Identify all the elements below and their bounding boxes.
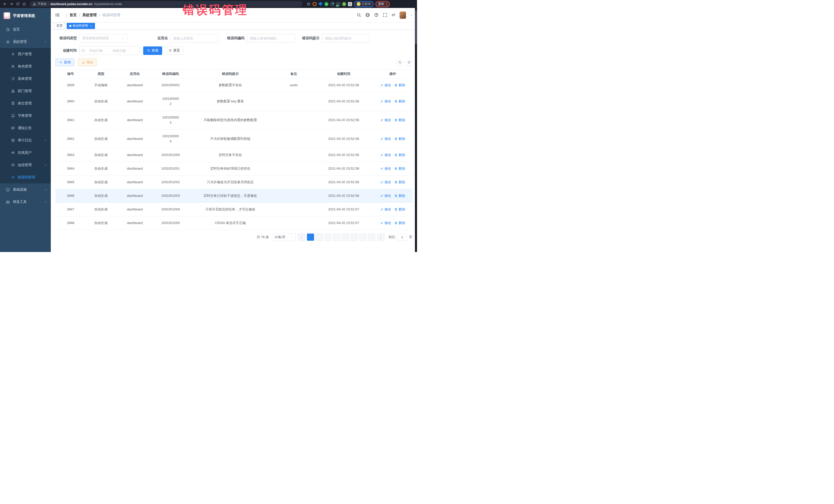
sidebar-item[interactable]: 通知公告 bbox=[0, 122, 51, 134]
breadcrumb-item[interactable]: / 系统管理 bbox=[77, 13, 97, 18]
sidebar-item[interactable]: 菜单管理 bbox=[0, 73, 51, 85]
sidebar-item[interactable]: 首页 bbox=[0, 23, 51, 36]
delete-link[interactable]: 删除 bbox=[394, 166, 405, 171]
page-button[interactable] bbox=[342, 234, 349, 241]
fullscreen-icon[interactable] bbox=[383, 13, 387, 17]
delete-link[interactable]: 删除 bbox=[394, 180, 405, 185]
edit-link[interactable]: 修改 bbox=[380, 193, 391, 198]
add-button[interactable]: 新增 bbox=[56, 59, 74, 66]
cell-type: 自动生成 bbox=[86, 130, 116, 148]
page-size-select[interactable]: 10条/页 bbox=[272, 233, 295, 241]
browser-update-chip[interactable]: 更新 bbox=[375, 1, 390, 7]
tag[interactable]: 首页 bbox=[54, 23, 65, 29]
browser-menu-icon[interactable] bbox=[386, 2, 387, 6]
delete-link[interactable]: 删除 bbox=[394, 136, 405, 141]
sidebar-item[interactable]: 角色管理 bbox=[0, 60, 51, 73]
delete-link[interactable]: 删除 bbox=[394, 83, 405, 88]
extension-icon-2[interactable] bbox=[319, 2, 323, 6]
page-button[interactable] bbox=[307, 234, 314, 241]
edit-link[interactable]: 修改 bbox=[380, 180, 391, 185]
user-avatar[interactable] bbox=[399, 12, 406, 19]
next-page-button[interactable]: › bbox=[377, 234, 385, 241]
error-msg-input[interactable] bbox=[322, 34, 370, 43]
delete-link[interactable]: 删除 bbox=[394, 152, 405, 158]
browser-reload-icon[interactable] bbox=[15, 2, 20, 6]
page-button[interactable] bbox=[368, 234, 375, 241]
extension-icon-1[interactable] bbox=[312, 2, 317, 6]
edit-link[interactable]: 修改 bbox=[380, 207, 391, 212]
table-row: 3948 自动生成 dashboard 1001001005 CRON 表达式不… bbox=[56, 216, 412, 230]
delete-link[interactable]: 删除 bbox=[394, 117, 405, 123]
tag[interactable]: 错误码管理 bbox=[67, 23, 95, 29]
extension-icon-6[interactable]: ⚲ bbox=[342, 2, 346, 6]
edit-link[interactable]: 修改 bbox=[380, 152, 391, 158]
goto-page-input[interactable] bbox=[397, 234, 407, 241]
page-button[interactable] bbox=[324, 234, 332, 241]
page-button[interactable] bbox=[351, 234, 358, 241]
browser-scrollbar[interactable] bbox=[415, 8, 417, 252]
sidebar-item[interactable]: 基础设施 bbox=[0, 183, 51, 196]
sidebar-item[interactable]: 用户管理 bbox=[0, 48, 51, 60]
sidebar-item[interactable]: 岗位管理 bbox=[0, 97, 51, 110]
error-type-select[interactable]: 请选择错误码类型 bbox=[80, 34, 127, 43]
bookmark-star-icon[interactable] bbox=[306, 2, 311, 6]
scrollbar-thumb[interactable] bbox=[415, 10, 417, 44]
delete-link[interactable]: 删除 bbox=[394, 193, 405, 198]
search-button[interactable]: 搜索 bbox=[143, 46, 162, 55]
toggle-search-icon[interactable] bbox=[396, 59, 403, 66]
sidebar-item[interactable]: 在线用户 bbox=[0, 147, 51, 159]
extensions-puzzle-icon[interactable] bbox=[348, 2, 352, 6]
cell-msg: CRON 表达式不正确 bbox=[188, 216, 273, 230]
github-icon[interactable] bbox=[366, 13, 370, 17]
browser-back-icon[interactable] bbox=[3, 2, 7, 6]
browser-forward-icon[interactable] bbox=[9, 2, 14, 6]
prev-page-button[interactable]: ‹ bbox=[298, 234, 305, 241]
page-button[interactable] bbox=[316, 234, 323, 241]
extension-icon-4[interactable] bbox=[330, 2, 334, 6]
app-name-input[interactable] bbox=[170, 34, 218, 43]
address-bar[interactable]: 不安全 dashboard.yudao.iocoder.cn/system/er… bbox=[30, 1, 302, 7]
delete-link[interactable]: 删除 bbox=[394, 220, 405, 225]
edit-link[interactable]: 修改 bbox=[380, 166, 391, 171]
sidebar-item[interactable]: 短信管理 bbox=[0, 159, 51, 171]
font-size-icon[interactable]: ᴛT bbox=[392, 13, 395, 17]
edit-link[interactable]: 修改 bbox=[380, 99, 391, 104]
search-icon[interactable] bbox=[357, 13, 361, 17]
error-code-table: 编号 类型 应用名 错误码编码 错误码提示 备注 创建时间 操作 bbox=[56, 69, 412, 230]
error-code-input[interactable] bbox=[247, 34, 295, 43]
delete-link[interactable]: 删除 bbox=[394, 99, 405, 104]
edit-link[interactable]: 修改 bbox=[380, 220, 391, 225]
end-date-input[interactable] bbox=[110, 49, 129, 52]
edit-link[interactable]: 修改 bbox=[380, 136, 391, 141]
breadcrumb-item[interactable]: / 首页 bbox=[64, 13, 77, 18]
export-button[interactable]: 导出 bbox=[78, 59, 97, 66]
reset-button[interactable]: 重置 bbox=[165, 46, 184, 55]
sidebar-item[interactable]: 研发工具 bbox=[0, 196, 51, 208]
sidebar-item[interactable]: 审计日志 bbox=[0, 134, 51, 147]
delete-link[interactable]: 删除 bbox=[394, 207, 405, 212]
profile-chip[interactable]: 已暂停 bbox=[354, 1, 374, 7]
extension-icon-3[interactable]: v bbox=[324, 2, 328, 6]
page-button[interactable] bbox=[333, 234, 340, 241]
extension-icon-5[interactable]: on bbox=[336, 2, 340, 6]
security-label[interactable]: 不安全 bbox=[38, 2, 47, 6]
page-content: 错误码类型 请选择错误码类型 应用名 错误码编码 bbox=[51, 30, 417, 252]
sidebar-item-label: 错误码管理 bbox=[18, 175, 36, 180]
sidebar-item[interactable]: 部门管理 bbox=[0, 85, 51, 97]
tag-close-icon[interactable] bbox=[90, 25, 92, 27]
start-date-input[interactable] bbox=[86, 49, 106, 52]
date-range-picker[interactable]: - bbox=[79, 46, 139, 55]
browser-home-icon[interactable] bbox=[22, 2, 26, 6]
collapse-sidebar-icon[interactable] bbox=[56, 13, 60, 17]
user-menu-caret-icon[interactable] bbox=[410, 14, 413, 17]
sidebar-item[interactable]: 字典管理 bbox=[0, 110, 51, 122]
breadcrumb-item[interactable]: / 错误码管理 bbox=[97, 13, 120, 18]
sidebar-item[interactable]: 错误码管理 bbox=[0, 171, 51, 183]
toolbar-row: 新增 导出 bbox=[56, 59, 412, 66]
page-button[interactable] bbox=[359, 234, 367, 241]
sidebar-item[interactable]: 系统管理 bbox=[0, 36, 51, 48]
edit-link[interactable]: 修改 bbox=[380, 83, 391, 88]
help-icon[interactable] bbox=[374, 13, 378, 17]
edit-link[interactable]: 修改 bbox=[380, 117, 391, 123]
refresh-table-icon[interactable] bbox=[405, 59, 412, 66]
